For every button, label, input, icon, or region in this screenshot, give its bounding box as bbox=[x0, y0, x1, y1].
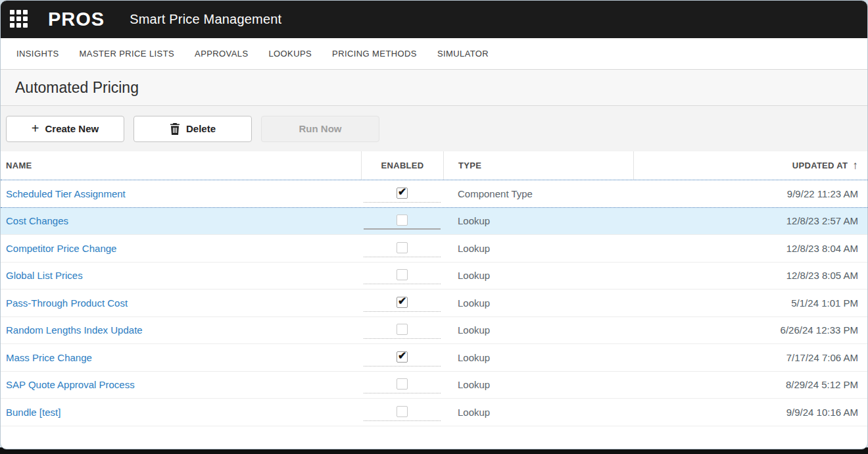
nav-item-lookups[interactable]: LOOKUPS bbox=[268, 49, 312, 59]
enabled-cell: ✔ bbox=[364, 403, 441, 421]
enabled-checkbox[interactable]: ✔ bbox=[397, 297, 408, 308]
enabled-cell: ✔ bbox=[364, 240, 441, 257]
rule-updated-at: 9/9/24 10:16 AM bbox=[633, 399, 867, 426]
table-body: Scheduled Tier Assignment ✔ Component Ty… bbox=[1, 180, 867, 426]
app-launcher-grid-icon[interactable] bbox=[10, 10, 30, 30]
enabled-checkbox[interactable]: ✔ bbox=[397, 269, 408, 280]
nav-item-pricing-methods[interactable]: PRICING METHODS bbox=[332, 49, 417, 59]
table-header-row: NAME ENABLED TYPE UPDATED AT ↑ bbox=[1, 151, 867, 180]
table-row[interactable]: Bundle [test] ✔ Lookup 9/9/24 10:16 AM bbox=[1, 399, 867, 426]
enabled-cell: ✔ bbox=[364, 294, 441, 312]
create-new-button[interactable]: + Create New bbox=[6, 116, 124, 142]
run-now-label: Run Now bbox=[299, 123, 342, 134]
nav-item-approvals[interactable]: APPROVALS bbox=[195, 49, 248, 59]
column-header-name[interactable]: NAME bbox=[1, 151, 361, 180]
main-nav: INSIGHTSMASTER PRICE LISTSAPPROVALSLOOKU… bbox=[1, 38, 867, 70]
delete-button[interactable]: Delete bbox=[133, 116, 252, 142]
enabled-cell: ✔ bbox=[364, 349, 441, 366]
rule-name-link[interactable]: Cost Changes bbox=[6, 215, 68, 226]
rule-type: Lookup bbox=[443, 344, 633, 371]
rule-updated-at: 12/8/23 8:04 AM bbox=[633, 235, 867, 262]
top-app-bar: PROS Smart Price Management bbox=[1, 1, 867, 38]
enabled-checkbox[interactable]: ✔ bbox=[397, 406, 408, 417]
rule-name-link[interactable]: Random Lengths Index Update bbox=[6, 324, 143, 336]
rule-type: Lookup bbox=[443, 235, 633, 262]
enabled-cell: ✔ bbox=[364, 321, 441, 339]
table-row[interactable]: Pass-Through Product Cost ✔ Lookup 5/1/2… bbox=[1, 290, 867, 317]
table-row[interactable]: Random Lengths Index Update ✔ Lookup 6/2… bbox=[1, 317, 867, 345]
actions-toolbar: + Create New Delete Run Now bbox=[1, 106, 867, 151]
nav-item-simulator[interactable]: SIMULATOR bbox=[437, 49, 489, 59]
checkmark-icon: ✔ bbox=[398, 349, 406, 362]
arrow-up-icon: ↑ bbox=[852, 160, 858, 171]
pros-logo: PROS bbox=[48, 9, 105, 31]
rule-updated-at: 5/1/24 1:01 PM bbox=[633, 290, 867, 316]
rule-updated-at: 12/8/23 8:05 AM bbox=[633, 263, 867, 290]
table-row[interactable]: Mass Price Change ✔ Lookup 7/17/24 7:06 … bbox=[1, 344, 867, 372]
table-row[interactable]: Global List Prices ✔ Lookup 12/8/23 8:05… bbox=[1, 263, 867, 290]
nav-item-master-price-lists[interactable]: MASTER PRICE LISTS bbox=[80, 49, 174, 59]
app-title: Smart Price Management bbox=[130, 12, 281, 27]
rule-name-link[interactable]: Bundle [test] bbox=[6, 407, 60, 418]
trash-icon bbox=[170, 123, 180, 135]
rule-name-link[interactable]: Mass Price Change bbox=[6, 352, 92, 363]
column-header-updated-at[interactable]: UPDATED AT ↑ bbox=[633, 151, 867, 180]
rule-updated-at: 12/8/23 2:57 AM bbox=[633, 208, 867, 235]
enabled-cell: ✔ bbox=[364, 185, 441, 203]
rule-type: Component Type bbox=[443, 180, 633, 207]
run-now-button[interactable]: Run Now bbox=[261, 116, 379, 142]
enabled-cell: ✔ bbox=[364, 376, 441, 393]
enabled-checkbox[interactable]: ✔ bbox=[397, 188, 408, 199]
rule-name-link[interactable]: Pass-Through Product Cost bbox=[6, 297, 128, 309]
rule-type: Lookup bbox=[443, 317, 633, 344]
table-row[interactable]: Cost Changes ✔ Lookup 12/8/23 2:57 AM bbox=[1, 208, 867, 236]
rule-updated-at: 6/26/24 12:33 PM bbox=[633, 317, 867, 344]
enabled-checkbox[interactable]: ✔ bbox=[397, 351, 408, 363]
rule-type: Lookup bbox=[443, 208, 633, 235]
create-new-label: Create New bbox=[45, 123, 99, 134]
rule-updated-at: 8/29/24 5:12 PM bbox=[633, 372, 867, 399]
nav-item-insights[interactable]: INSIGHTS bbox=[16, 49, 59, 59]
enabled-checkbox[interactable]: ✔ bbox=[397, 378, 408, 390]
rule-updated-at: 9/9/22 11:23 AM bbox=[633, 180, 867, 207]
enabled-cell: ✔ bbox=[364, 266, 441, 284]
rule-type: Lookup bbox=[443, 263, 633, 290]
automated-pricing-table: NAME ENABLED TYPE UPDATED AT ↑ Scheduled… bbox=[1, 151, 867, 426]
app-window: PROS Smart Price Management INSIGHTSMAST… bbox=[0, 0, 868, 449]
rule-type: Lookup bbox=[443, 290, 633, 316]
rule-name-link[interactable]: Competitor Price Change bbox=[6, 243, 116, 254]
table-row[interactable]: SAP Quote Approval Process ✔ Lookup 8/29… bbox=[1, 372, 867, 399]
checkmark-icon: ✔ bbox=[398, 295, 406, 307]
enabled-checkbox[interactable]: ✔ bbox=[397, 242, 408, 253]
rule-updated-at: 7/17/24 7:06 AM bbox=[633, 344, 867, 371]
delete-label: Delete bbox=[186, 123, 216, 134]
enabled-checkbox[interactable]: ✔ bbox=[397, 324, 408, 335]
column-header-enabled[interactable]: ENABLED bbox=[361, 151, 443, 180]
rule-name-link[interactable]: SAP Quote Approval Process bbox=[6, 379, 135, 390]
enabled-cell: ✔ bbox=[364, 212, 441, 230]
rule-name-link[interactable]: Scheduled Tier Assignment bbox=[6, 188, 126, 199]
enabled-checkbox[interactable]: ✔ bbox=[397, 214, 408, 226]
column-header-type[interactable]: TYPE bbox=[443, 151, 633, 180]
page-title-band: Automated Pricing bbox=[1, 70, 867, 106]
checkmark-icon: ✔ bbox=[398, 186, 406, 198]
page-title: Automated Pricing bbox=[15, 79, 139, 97]
table-row[interactable]: Competitor Price Change ✔ Lookup 12/8/23… bbox=[1, 235, 867, 263]
table-row[interactable]: Scheduled Tier Assignment ✔ Component Ty… bbox=[1, 180, 867, 208]
rule-name-link[interactable]: Global List Prices bbox=[6, 270, 83, 281]
rule-type: Lookup bbox=[443, 399, 633, 426]
plus-icon: + bbox=[32, 122, 39, 135]
rule-type: Lookup bbox=[443, 372, 633, 399]
